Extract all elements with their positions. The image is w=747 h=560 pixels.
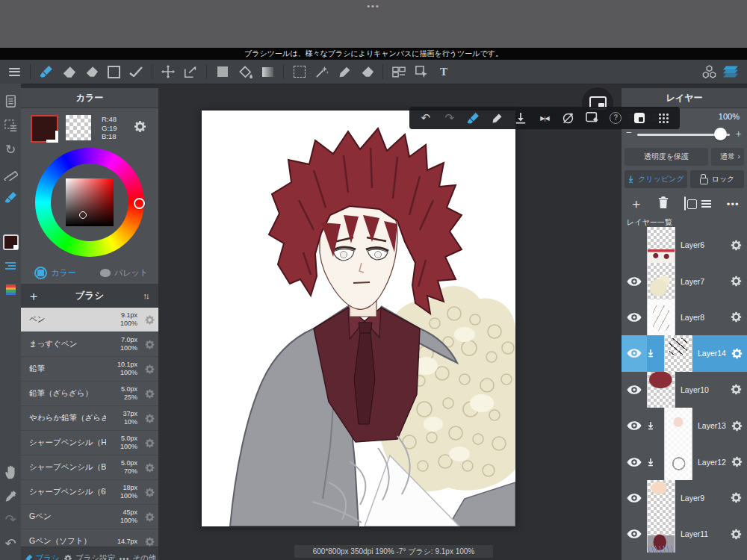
- visibility-eye-icon[interactable]: [622, 335, 647, 371]
- clear-layer-icon[interactable]: [580, 112, 604, 124]
- panel-divide-tool-icon[interactable]: [388, 62, 410, 81]
- material-icon[interactable]: [698, 62, 720, 81]
- add-brush-button[interactable]: ＋: [21, 287, 46, 305]
- layer-gear-icon[interactable]: [726, 420, 747, 432]
- layer-row[interactable]: Layer10: [622, 372, 747, 408]
- brush-settings-gear-icon[interactable]: [140, 388, 158, 399]
- layer-row[interactable]: Layer8: [622, 299, 747, 335]
- visibility-eye-icon[interactable]: [622, 299, 647, 335]
- move-tool-icon[interactable]: [157, 62, 179, 81]
- magic-wand-tool-icon[interactable]: [311, 62, 333, 81]
- layer-gear-icon[interactable]: [726, 347, 747, 360]
- bucket-tool-icon[interactable]: [234, 62, 256, 81]
- layer-thumbnail[interactable]: [647, 263, 675, 299]
- tab-palette[interactable]: パレット: [90, 267, 158, 279]
- shape-tool-icon[interactable]: [102, 62, 125, 81]
- layer-gear-icon[interactable]: [725, 239, 747, 252]
- layers-panel-icon[interactable]: [720, 62, 743, 81]
- layer-row[interactable]: Layer6: [622, 227, 747, 263]
- save-icon[interactable]: [509, 112, 533, 124]
- visibility-eye-icon[interactable]: [622, 480, 647, 516]
- layer-gear-icon[interactable]: [725, 491, 747, 504]
- brush-item[interactable]: ペン9.1px100%: [21, 308, 158, 332]
- layer-thumbnail[interactable]: [664, 335, 692, 371]
- select-pen-tool-icon[interactable]: [333, 62, 356, 81]
- flip-horizontal-icon[interactable]: ▶|◀: [533, 115, 557, 122]
- footer-brush-settings-tab[interactable]: ブラシ設定: [63, 553, 115, 560]
- object-select-tool-icon[interactable]: [410, 62, 433, 81]
- tab-color[interactable]: カラー: [21, 267, 90, 279]
- brush-settings-gear-icon[interactable]: [140, 487, 158, 498]
- visibility-eye-icon[interactable]: [622, 263, 647, 299]
- slider-knob[interactable]: [714, 128, 727, 140]
- brush-settings-gear-icon[interactable]: [140, 438, 158, 449]
- hand-tool-icon[interactable]: [0, 463, 21, 481]
- visibility-eye-icon[interactable]: [622, 516, 647, 552]
- brush-settings-gear-icon[interactable]: [140, 339, 158, 350]
- brush-snap-icon[interactable]: [462, 112, 486, 125]
- visibility-eye-icon[interactable]: [622, 227, 647, 263]
- layer-menu-button[interactable]: [701, 199, 711, 210]
- reset-rotation-icon[interactable]: [557, 112, 580, 125]
- layer-row[interactable]: Layer9: [622, 480, 747, 516]
- delete-layer-button[interactable]: [658, 196, 669, 211]
- protect-alpha-button[interactable]: 透明度を保護: [624, 148, 708, 166]
- layer-thumbnail[interactable]: [664, 444, 692, 479]
- brush-settings-gear-icon[interactable]: [140, 413, 158, 424]
- brush-settings-gear-icon[interactable]: [140, 536, 158, 547]
- brush-settings-gear-icon[interactable]: [140, 462, 158, 473]
- palette-colors-icon[interactable]: [0, 281, 21, 299]
- brush-item[interactable]: シャープペンシル（6B）18px100%: [21, 480, 158, 505]
- material-white-icon[interactable]: [627, 113, 651, 123]
- layer-row[interactable]: Layer14: [622, 335, 747, 371]
- redo-icon[interactable]: ↷: [438, 111, 462, 125]
- multitask-indicator[interactable]: •••: [0, 1, 747, 10]
- clipping-button[interactable]: クリッピング: [624, 170, 687, 188]
- brush-item[interactable]: シャープペンシル（HB）5.0px100%: [21, 431, 158, 455]
- canvas[interactable]: [202, 111, 515, 526]
- brush-item[interactable]: シャープペンシル（B）5.0px70%: [21, 455, 158, 480]
- selection-settings-icon[interactable]: [0, 116, 21, 134]
- eyedropper-icon[interactable]: [0, 487, 21, 505]
- layer-gear-icon[interactable]: [725, 311, 747, 323]
- brush-settings-gear-icon[interactable]: [140, 314, 158, 326]
- redo-icon[interactable]: ↷: [0, 511, 21, 529]
- brush-settings-gear-icon[interactable]: [140, 511, 158, 523]
- layer-gear-icon[interactable]: [725, 383, 747, 396]
- layer-thumbnail[interactable]: [647, 227, 675, 263]
- footer-other-tab[interactable]: •••その他: [119, 553, 156, 560]
- sb-indicator[interactable]: [79, 211, 87, 219]
- layer-thumbnail[interactable]: [664, 408, 692, 444]
- grid-dots-icon[interactable]: [651, 113, 675, 123]
- rotate-reset-icon[interactable]: ↻: [0, 140, 21, 158]
- help-icon[interactable]: ?: [604, 112, 628, 124]
- brush-item[interactable]: 鉛筆（ざらざら）5.0px25%: [21, 382, 158, 406]
- footer-brush-tab[interactable]: ブラシ: [23, 553, 60, 560]
- ruler-icon[interactable]: [0, 164, 21, 182]
- foreground-color-swatch[interactable]: [31, 115, 58, 143]
- layer-thumbnail[interactable]: [647, 299, 675, 335]
- hue-indicator[interactable]: [134, 198, 145, 209]
- eraser-tool-icon[interactable]: [58, 62, 80, 81]
- canvas-artwork[interactable]: [202, 111, 515, 526]
- layer-gear-icon[interactable]: [725, 275, 747, 287]
- brush-item[interactable]: やわらか鉛筆（ざらざら）37px10%: [21, 406, 158, 431]
- pen-icon[interactable]: [485, 113, 509, 124]
- layer-row[interactable]: Layer12: [622, 444, 747, 479]
- undo-icon[interactable]: ↶: [0, 535, 21, 553]
- brush-tool-icon[interactable]: [35, 62, 58, 81]
- layer-thumbnail[interactable]: [647, 372, 675, 408]
- duplicate-layer-button[interactable]: [684, 197, 686, 211]
- layer-gear-icon[interactable]: [726, 455, 747, 468]
- pages-icon[interactable]: [0, 93, 21, 111]
- deco-brush-icon[interactable]: [0, 188, 21, 206]
- layer-thumbnail[interactable]: [647, 516, 675, 552]
- brush-item[interactable]: 鉛筆10.1px100%: [21, 357, 158, 382]
- opacity-plus[interactable]: ＋: [734, 127, 743, 140]
- polyline-tool-icon[interactable]: [125, 62, 147, 81]
- current-color-swatch[interactable]: [0, 233, 21, 251]
- layer-gear-icon[interactable]: [725, 528, 747, 541]
- add-layer-button[interactable]: ＋: [629, 195, 642, 213]
- saturation-brightness-box[interactable]: [66, 178, 114, 226]
- brush-item[interactable]: Gペン45px100%: [21, 505, 158, 529]
